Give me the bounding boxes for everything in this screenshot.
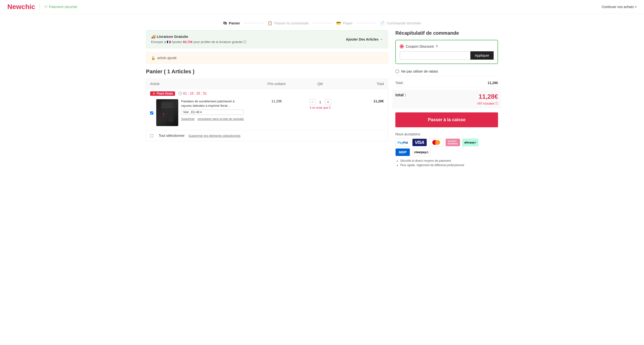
- coupon-radio[interactable]: [400, 44, 404, 48]
- qty-control: − 1 +: [302, 99, 338, 105]
- apply-coupon-button[interactable]: Appliquer: [470, 51, 494, 60]
- paypal-icon: PayPal: [395, 139, 410, 146]
- payment-title: Nous acceptons:: [395, 132, 498, 136]
- total-label: Total :: [395, 81, 404, 85]
- coupon-info-icon: ?: [436, 44, 438, 48]
- order-summary-title: Récapitulatif de commande: [395, 30, 498, 36]
- qty-decrease-button[interactable]: −: [310, 99, 316, 105]
- right-sidebar: Récapitulatif de commande Coupon Discoun…: [395, 30, 498, 168]
- step-done: 📄 Commande terminée: [380, 21, 421, 25]
- col-unit-price: Prix unitaire: [255, 79, 298, 89]
- svg-rect-2: [168, 108, 173, 122]
- product-checkbox[interactable]: [150, 111, 153, 115]
- logo-black: New: [7, 3, 22, 10]
- checkout-steps: 🛍 Panier 📋 Passer la commande 💳 Payer 📄 …: [0, 14, 644, 30]
- product-row: Pantalon de survêtement patchwork à rayu…: [146, 97, 388, 130]
- cart-bottom: Tout sélectionner Supprimer les éléments…: [146, 130, 388, 141]
- total-value: 11,28€: [488, 81, 498, 85]
- secure-payment: 🛡 Paiement sécurisé: [44, 5, 77, 9]
- svg-rect-0: [161, 102, 173, 109]
- cart-icon: 🛍: [223, 21, 227, 25]
- add-articles-button[interactable]: Ajouter Des Articles →: [346, 37, 383, 41]
- product-details: Pantalon de survêtement patchwork à rayu…: [181, 99, 244, 121]
- vat-included: VAT included ⓘ: [477, 101, 498, 106]
- main-container: 🚚 Livraison Gratuite Envoyez à 🇫🇷 Ajoute…: [139, 30, 505, 178]
- svg-point-5: [163, 113, 164, 115]
- delete-product-link[interactable]: Supprimer: [181, 117, 194, 121]
- coupon-section: Coupon Discount ? Appliquer: [395, 40, 498, 64]
- select-all-label: Tout sélectionner: [159, 134, 184, 138]
- header: Newchic 🛡 Paiement sécurisé Continuer vo…: [0, 0, 644, 14]
- flash-deals-cell: ⚡ Flash Deals 🕐 01 : 16 : 25 : 51: [146, 89, 388, 97]
- coupon-input-row: Appliquer: [400, 51, 494, 60]
- security-note-2: Plus rapide, règlement de différend prof…: [400, 163, 498, 167]
- header-left: Newchic 🛡 Paiement sécurisé: [7, 3, 77, 11]
- grand-total-price: 11,28€: [477, 93, 498, 100]
- step-line-3: [356, 23, 376, 23]
- qty-warning: il ne reste que 5: [302, 106, 338, 109]
- security-notes: Sécurité et divers moyens de paiement Pl…: [395, 159, 498, 167]
- svg-point-6: [163, 116, 164, 117]
- shipping-banner: 🚚 Livraison Gratuite Envoyez à 🇫🇷 Ajoute…: [146, 30, 388, 48]
- qty-number: 1: [318, 100, 323, 104]
- col-article: Article: [146, 79, 255, 89]
- logo[interactable]: Newchic: [7, 3, 35, 11]
- cart-table-header: Article Prix unitaire Qté Total: [146, 79, 388, 89]
- no-discount-label: Ne pas utiliser de rabais: [401, 69, 438, 73]
- flash-timer: 🕐 01 : 16 : 25 : 51: [178, 91, 207, 95]
- done-icon: 📄: [380, 21, 385, 25]
- coupon-input[interactable]: [400, 51, 470, 60]
- step-payer: 💳 Payer: [336, 21, 352, 25]
- payment-icons: PayPal VISA SOFORTBANKING afterpay+: [395, 139, 498, 146]
- delete-selected-link[interactable]: Supprimer les éléments sélectionnés: [188, 134, 240, 138]
- pants-svg: [160, 102, 174, 124]
- step-commande: 📋 Passer la commande: [268, 21, 309, 25]
- product-cell: Pantalon de survêtement patchwork à rayu…: [150, 99, 251, 126]
- flash-deals-row: ⚡ Flash Deals 🕐 01 : 16 : 25 : 51: [146, 89, 388, 97]
- unit-price-cell: 11,28€: [255, 97, 298, 130]
- svg-rect-1: [161, 108, 166, 122]
- no-discount-radio[interactable]: [395, 69, 399, 73]
- step-line-2: [313, 23, 332, 23]
- grand-total-row: total : 11,28€ VAT included ⓘ: [392, 90, 501, 108]
- mastercard-icon: [429, 139, 444, 146]
- header-divider: [40, 3, 40, 10]
- clock-icon: 🕐: [178, 91, 182, 95]
- vat-info-icon: ⓘ: [495, 101, 498, 106]
- step-panier: 🛍 Panier: [223, 21, 240, 25]
- grand-total-label: total :: [395, 93, 406, 97]
- flash-deals-badge: ⚡ Flash Deals: [150, 91, 175, 96]
- truck-icon: 🚚: [151, 34, 156, 39]
- coupon-label: Coupon Discount ?: [400, 44, 494, 48]
- cart-title: Panier ( 1 Articles ): [146, 68, 388, 75]
- shield-icon: 🛡: [44, 5, 48, 9]
- sofort-icon: SOFORTBANKING: [446, 139, 460, 146]
- visa-icon: VISA: [412, 139, 427, 146]
- article-added-bar: 🔓 article ajouté: [146, 52, 388, 63]
- qty-increase-button[interactable]: +: [325, 99, 331, 105]
- left-content: 🚚 Livraison Gratuite Envoyez à 🇫🇷 Ajoute…: [146, 30, 388, 168]
- product-name: Pantalon de survêtement patchwork à rayu…: [181, 99, 235, 108]
- step-line-1: [244, 23, 264, 23]
- product-article-cell: Pantalon de survêtement patchwork à rayu…: [146, 97, 255, 130]
- checkout-button[interactable]: Passer à la caisse: [395, 112, 498, 127]
- continue-shopping-link[interactable]: Continuer vos achats >: [602, 5, 637, 9]
- no-discount-row: Ne pas utiliser de rabais: [395, 67, 498, 76]
- col-qty: Qté: [298, 79, 342, 89]
- afterpay-icon: afterpay+: [462, 139, 478, 146]
- chevron-down-icon: ▾: [200, 110, 202, 114]
- select-all-checkbox[interactable]: [150, 134, 153, 137]
- product-variant-selector[interactable]: Noir , EU 48 ▾: [181, 109, 244, 115]
- mir-icon: МИР: [395, 148, 410, 156]
- save-wishlist-link[interactable]: enregistrer dans la liste de souhaits: [198, 117, 244, 121]
- grand-total-right: 11,28€ VAT included ⓘ: [477, 93, 498, 106]
- info-icon: ⓘ: [243, 40, 246, 44]
- order-icon: 📋: [268, 21, 272, 25]
- flag-icon: 🇫🇷: [167, 40, 172, 44]
- lightning-icon: ⚡: [152, 92, 156, 95]
- product-actions: Supprimer enregistrer dans la liste de s…: [181, 117, 244, 121]
- clearpay-icon: clearpay◇: [412, 148, 430, 156]
- qty-cell: − 1 + il ne reste que 5: [298, 97, 342, 130]
- shipping-title: 🚚 Livraison Gratuite: [151, 34, 246, 39]
- shipping-subtitle: Envoyez à 🇫🇷 Ajoutez 82,72€ pour profite…: [151, 40, 246, 44]
